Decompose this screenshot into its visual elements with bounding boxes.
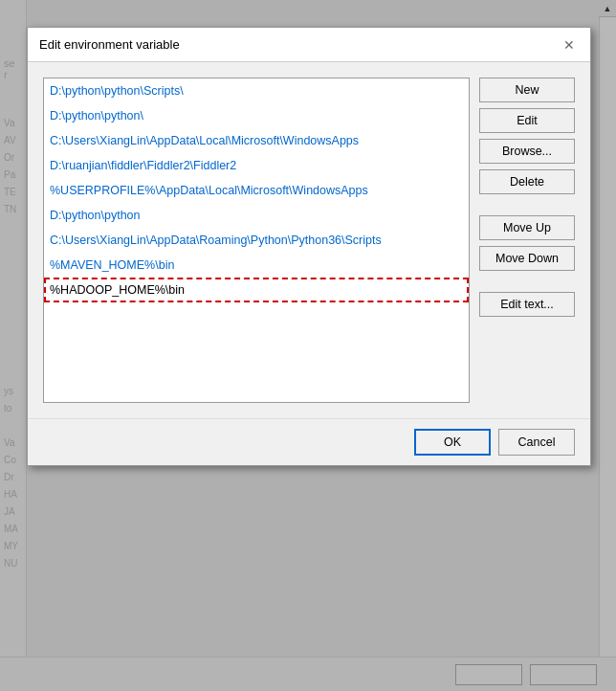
list-item[interactable]: C:\Users\XiangLin\AppData\Roaming\Python… <box>44 228 469 253</box>
edit-env-dialog: Edit environment variable ✕ D:\python\py… <box>27 27 591 466</box>
list-item[interactable]: D:\ruanjian\fiddler\Fiddler2\Fiddler2 <box>44 153 469 178</box>
new-button[interactable]: New <box>479 78 575 102</box>
list-item-selected[interactable]: %HADOOP_HOME%\bin <box>44 278 469 302</box>
cancel-button[interactable]: Cancel <box>498 429 575 456</box>
move-up-button[interactable]: Move Up <box>479 215 575 240</box>
dialog-title: Edit environment variable <box>39 37 180 52</box>
list-item[interactable]: D:\python\python <box>44 203 469 228</box>
dialog-body: D:\python\python\Scripts\ D:\python\pyth… <box>28 62 590 418</box>
list-item[interactable]: C:\Users\XiangLin\AppData\Local\Microsof… <box>44 128 469 153</box>
edit-text-button[interactable]: Edit text... <box>479 292 575 317</box>
env-var-list[interactable]: D:\python\python\Scripts\ D:\python\pyth… <box>43 78 470 403</box>
list-item[interactable]: D:\python\python\Scripts\ <box>44 78 469 103</box>
button-spacer-2 <box>479 277 575 286</box>
edit-button[interactable]: Edit <box>479 108 575 133</box>
action-buttons: New Edit Browse... Delete Move Up Move D… <box>479 78 575 403</box>
list-item[interactable]: D:\python\python\ <box>44 103 469 128</box>
dialog-footer: OK Cancel <box>28 418 590 465</box>
delete-button[interactable]: Delete <box>479 169 575 194</box>
close-button[interactable]: ✕ <box>560 35 579 55</box>
list-item[interactable]: %MAVEN_HOME%\bin <box>44 253 469 278</box>
button-spacer-1 <box>479 200 575 210</box>
move-down-button[interactable]: Move Down <box>479 246 575 271</box>
list-item[interactable]: %USERPROFILE%\AppData\Local\Microsoft\Wi… <box>44 178 469 203</box>
ok-button[interactable]: OK <box>414 429 491 456</box>
dialog-titlebar: Edit environment variable ✕ <box>28 28 590 62</box>
browse-button[interactable]: Browse... <box>479 139 575 164</box>
